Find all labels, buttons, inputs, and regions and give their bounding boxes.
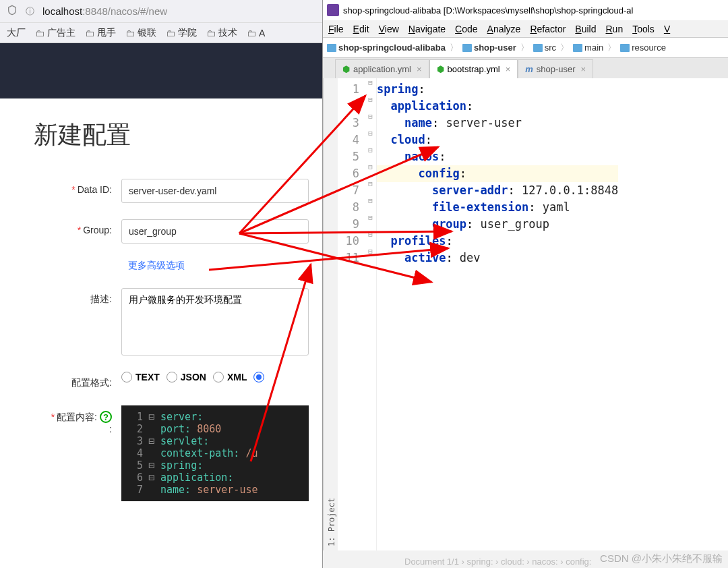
desc-label: 描述: [34,288,121,306]
watermark: CSDN @小朱小朱绝不服输 [600,552,723,565]
ide-fold-column[interactable]: ⊟⊟⊟⊟⊟⊟⊟⊟⊟⊟⊟ [365,78,377,550]
info-icon: ⓘ [26,5,34,18]
format-radio-xml[interactable]: XML [213,372,247,382]
folder-icon [533,44,543,52]
crumb-item[interactable]: resource [620,42,666,53]
menu-analyze[interactable]: Analyze [487,24,521,34]
data-id-label: *Data ID: [34,179,121,195]
editor-tab[interactable]: mshop-user× [518,59,593,78]
menu-refactor[interactable]: Refactor [530,24,566,34]
url-text: localhost:8848/nacos/#/new [42,5,167,17]
format-radio-text[interactable]: TEXT [121,372,160,382]
ide-breadcrumb[interactable]: shop-springcloud-alibaba〉shop-user〉src〉m… [323,38,728,58]
intellij-icon [327,4,339,16]
editor-tab[interactable]: ⬢bootstrap.yml× [429,59,518,78]
bookmark-item[interactable]: 大厂 [7,27,26,39]
project-tool-button[interactable]: 1: Project [323,78,338,550]
data-id-input[interactable] [121,179,309,203]
ide-tab-bar[interactable]: ⬢application.yml×⬢bootstrap.yml×mshop-us… [323,58,728,78]
crumb-item[interactable]: shop-springcloud-alibaba [327,42,446,53]
module-icon: m [525,64,533,74]
crumb-item[interactable]: main [573,42,603,53]
menu-code[interactable]: Code [455,24,477,34]
more-options-link[interactable]: 更多高级选项 [128,260,185,272]
format-radio-json[interactable]: JSON [166,372,206,382]
spring-leaf-icon: ⬢ [342,64,350,74]
group-label: *Group: [34,219,121,235]
crumb-item[interactable]: src [533,42,556,53]
menu-navigate[interactable]: Navigate [408,24,446,34]
crumb-item[interactable]: shop-user [462,42,516,53]
shield-icon [7,5,18,18]
spring-leaf-icon: ⬢ [437,64,444,74]
format-label: 配置格式: [34,372,121,389]
folder-icon: 🗀 [35,28,44,38]
page-title: 新建配置 [34,119,309,152]
close-icon[interactable]: × [417,64,422,74]
menu-run[interactable]: Run [605,24,623,34]
folder-icon [620,44,630,52]
menu-build[interactable]: Build [575,24,596,34]
menu-edit[interactable]: Edit [353,24,369,34]
ide-code-area[interactable]: spring: application: name: server-user c… [377,78,618,550]
help-icon[interactable]: ? [100,411,112,423]
editor-tab[interactable]: ⬢application.yml× [335,59,429,78]
folder-icon [327,44,336,52]
ide-status-bar: Document 1/1 › spring: › cloud: › nacos:… [404,557,591,567]
folder-icon [462,44,472,52]
ide-title-bar: shop-springcloud-alibaba [D:\Workspaces\… [323,0,728,20]
close-icon[interactable]: × [506,64,511,74]
ide-window: shop-springcloud-alibaba [D:\Workspaces\… [322,0,728,568]
bookmark-item[interactable]: 🗀银联 [125,27,156,39]
folder-icon: 🗀 [206,28,216,38]
folder-icon: 🗀 [247,28,256,38]
menu-view[interactable]: View [379,24,399,34]
bookmark-item[interactable]: 🗀A [247,28,265,38]
folder-icon: 🗀 [85,28,94,38]
bookmark-item[interactable]: 🗀技术 [206,27,237,39]
bookmark-item[interactable]: 🗀甩手 [85,27,116,39]
folder-icon: 🗀 [166,28,175,38]
menu-v[interactable]: V [664,24,670,34]
nacos-body: 新建配置 *Data ID: *Group: 更多高级选项 描述: 用户微服务的… [0,98,322,531]
menu-file[interactable]: File [328,24,344,34]
format-radio-selected[interactable] [253,372,264,382]
close-icon[interactable]: × [581,64,586,74]
bookmark-item[interactable]: 🗀广告主 [35,27,75,39]
desc-textarea[interactable]: 用户微服务的开发环境配置 [121,288,309,356]
bookmark-item[interactable]: 🗀学院 [166,27,197,39]
nacos-dark-header [0,43,322,98]
folder-icon [573,44,582,52]
folder-icon: 🗀 [125,28,135,38]
ide-editor[interactable]: 1: Project 1234567891011 ⊟⊟⊟⊟⊟⊟⊟⊟⊟⊟⊟ spr… [323,78,728,550]
ide-menu-bar[interactable]: FileEditViewNavigateCodeAnalyzeRefactorB… [323,20,728,38]
config-code-editor[interactable]: 1⊟server:2 port: 80603⊟ servlet:4 contex… [121,405,309,501]
group-input[interactable] [121,219,309,244]
content-label: *配置内容:? : [34,405,121,434]
menu-tools[interactable]: Tools [632,24,655,34]
ide-gutter: 1234567891011 [338,78,365,550]
